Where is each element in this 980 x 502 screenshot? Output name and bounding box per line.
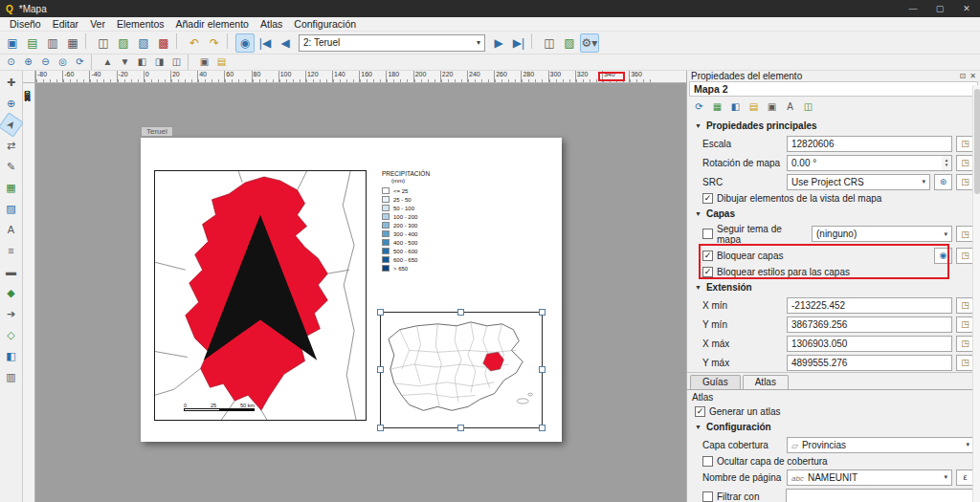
page-name-dropdown[interactable]: abcNAMEUNIT ▾ [787, 469, 952, 486]
add-map-icon[interactable]: ▦ [2, 179, 20, 197]
add-scalebar-icon[interactable]: ▬ [2, 263, 20, 281]
panel-scrollbar[interactable] [972, 85, 980, 502]
draw-canvas-items-checkbox[interactable]: ✓ [702, 193, 713, 204]
panel-close-icon[interactable]: ✕ [969, 72, 976, 80]
clipping-settings-icon[interactable]: ◫ [801, 99, 815, 114]
add-node-shape-icon[interactable]: ◇ [2, 326, 20, 344]
export-pdf-icon[interactable]: ▩ [154, 33, 173, 53]
export-atlas-icon[interactable]: ▨ [560, 33, 579, 53]
duplicate-layout-icon[interactable]: ▥ [43, 33, 62, 53]
selection-handle[interactable] [539, 425, 546, 431]
separator[interactable] [91, 55, 97, 70]
new-layout-icon[interactable]: ▤ [23, 33, 42, 53]
section-extension[interactable]: ▼ Extensión [687, 278, 980, 295]
refresh-map-preview-icon[interactable]: ⟳ [692, 99, 706, 114]
set-map-scale-icon[interactable]: ▤ [746, 99, 761, 114]
atlas-settings-icon[interactable]: ⚙▾ [580, 33, 599, 53]
lock-items-icon[interactable]: ▤ [213, 55, 230, 70]
add-html-icon[interactable]: ◧ [2, 347, 20, 365]
zoom-full-icon[interactable]: ⊙ [3, 55, 19, 70]
tab-atlas[interactable]: Atlas [743, 375, 789, 389]
select-move-item-tool-icon[interactable]: ➤ [0, 112, 24, 137]
view-current-extent-icon[interactable]: ◧ [728, 99, 743, 114]
atlas-preview-icon[interactable]: ◉ [235, 33, 255, 53]
follow-map-theme-checkbox[interactable] [702, 229, 713, 239]
menu-configuracion[interactable]: Configuración [288, 18, 362, 30]
section-atlas-configuracion[interactable]: ▼ Configuración [687, 418, 980, 435]
menu-diseno[interactable]: Diseño [4, 18, 47, 30]
atlas-feature-combo[interactable]: 2: Teruel ▾ [299, 34, 485, 52]
scale-input[interactable]: 12820606 [787, 136, 952, 152]
zoom-tool-icon[interactable]: ⊕ [2, 95, 20, 113]
coverage-layer-dropdown[interactable]: ▱Provincias ▾ [787, 437, 974, 453]
export-svg-icon[interactable]: ▧ [134, 33, 153, 53]
maximize-button[interactable]: ▢ [926, 0, 953, 17]
add-legend-icon[interactable]: ≡ [2, 242, 20, 260]
undo-icon[interactable]: ↶ [185, 33, 204, 53]
menu-editar[interactable]: Editar [47, 18, 84, 30]
edit-nodes-tool-icon[interactable]: ✎ [2, 158, 20, 176]
main-map-item[interactable]: 0 25 50 km [154, 170, 367, 421]
lock-layers-checkbox[interactable]: ✓ [702, 251, 713, 261]
set-map-extent-icon[interactable]: ▦ [710, 99, 724, 114]
tab-guias[interactable]: Guías [690, 375, 741, 389]
selection-handle[interactable] [539, 366, 546, 373]
minimize-button[interactable]: — [900, 0, 926, 17]
print-icon[interactable]: ◫ [94, 33, 113, 53]
crs-dropdown[interactable]: Use Project CRS ▾ [787, 174, 930, 190]
menu-ver[interactable]: Ver [84, 18, 111, 30]
selection-handle[interactable] [377, 425, 384, 431]
filter-input[interactable] [786, 489, 974, 502]
zoom-in-icon[interactable]: ⊕ [20, 55, 36, 70]
extent-input[interactable]: -213225.452 [787, 297, 952, 314]
selection-handle[interactable] [377, 366, 384, 373]
export-image-icon[interactable]: ▨ [114, 33, 133, 53]
group-items-icon[interactable]: ▣ [196, 55, 212, 70]
align-items-icon[interactable]: ◧ [134, 55, 150, 70]
labels-settings-icon[interactable]: A [783, 99, 797, 114]
move-item-content-tool-icon[interactable]: ⇄ [2, 137, 20, 155]
zoom-out-icon[interactable]: ⊖ [37, 55, 54, 70]
overview-map-item[interactable] [380, 312, 543, 428]
panel-undock-icon[interactable]: ⊡ [960, 72, 967, 80]
refresh-view-icon[interactable]: ⟳ [72, 55, 88, 70]
print-atlas-icon[interactable]: ◫ [540, 33, 559, 53]
zoom-actual-icon[interactable]: ◎ [55, 55, 71, 70]
section-capas[interactable]: ▼ Capas [687, 205, 980, 222]
separator[interactable] [188, 55, 193, 70]
menu-anadir-elemento[interactable]: Añadir elemento [170, 18, 255, 30]
layout-manager-icon[interactable]: ▦ [63, 33, 82, 53]
lock-styles-checkbox[interactable]: ✓ [702, 267, 713, 277]
selection-handle[interactable] [539, 309, 546, 316]
raise-items-icon[interactable]: ▲ [100, 55, 116, 70]
atlas-first-feature-icon[interactable]: |◀ [256, 33, 275, 53]
atlas-next-feature-icon[interactable]: ▶ [489, 33, 508, 53]
separator[interactable] [176, 33, 182, 49]
lock-layers-shortcut-icon[interactable]: ▣ [765, 99, 779, 114]
section-propiedades-principales[interactable]: ▼ Propiedades principales [687, 117, 980, 134]
selection-handle[interactable] [377, 309, 384, 316]
legend-item[interactable]: PRECIPITACIÓN (mm) <= 25 25 - 5 [382, 170, 497, 273]
menu-atlas[interactable]: Atlas [255, 18, 288, 30]
separator[interactable] [531, 33, 537, 49]
selection-handle[interactable] [457, 425, 464, 431]
add-arrow-icon[interactable]: ➔ [2, 305, 20, 323]
selection-handle[interactable] [457, 309, 464, 316]
select-crs-button[interactable]: ⊛ [934, 174, 952, 190]
layout-canvas[interactable]: Teruel 0 25 [35, 83, 686, 502]
extent-input[interactable]: 4899555.276 [787, 355, 952, 371]
atlas-last-feature-icon[interactable]: ▶| [509, 33, 528, 53]
close-button[interactable]: ✕ [953, 0, 980, 17]
pan-tool-icon[interactable]: ✚ [2, 74, 20, 92]
lower-items-icon[interactable]: ▼ [117, 55, 133, 70]
atlas-previous-feature-icon[interactable]: ◀ [276, 33, 295, 53]
extent-input[interactable]: 1306903.050 [787, 336, 952, 352]
refresh-layers-button[interactable]: ◉ [934, 248, 952, 264]
spinner-control[interactable]: ▴ ▾ [942, 155, 952, 171]
distribute-items-icon[interactable]: ◨ [151, 55, 167, 70]
separator[interactable] [227, 33, 233, 49]
generate-atlas-checkbox[interactable]: ✓ [695, 406, 705, 417]
spin-down-icon[interactable]: ▾ [946, 163, 948, 168]
add-shape-icon[interactable]: ◆ [2, 284, 20, 302]
add-label-icon[interactable]: A [2, 221, 20, 239]
